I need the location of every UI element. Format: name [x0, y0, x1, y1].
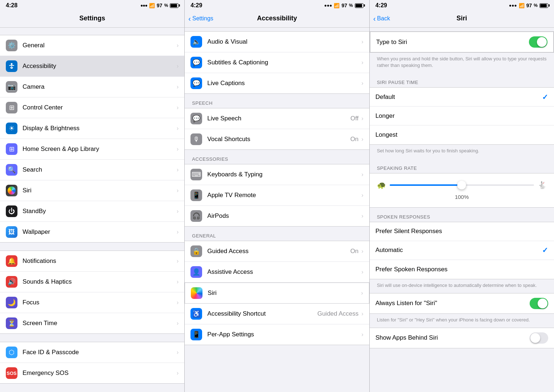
row-audiovisual[interactable]: 🔈 Audio & Visual ›	[185, 32, 369, 52]
pausetime-desc: Set how long Siri waits for you to finis…	[370, 145, 554, 159]
wallpaper-chevron: ›	[177, 229, 178, 235]
emergency-content: Emergency SOS	[23, 369, 177, 377]
speakingrate-header: SPEAKING RATE	[370, 159, 554, 173]
alwayslisten-toggle[interactable]	[530, 298, 548, 309]
battery-icon-2	[355, 3, 364, 8]
guidedaccess-value: On	[350, 248, 359, 255]
row-accessibility[interactable]: Accessibility ›	[0, 56, 184, 77]
guidedaccess-content: Guided Access	[207, 248, 350, 255]
perappsettings-chevron: ›	[361, 331, 363, 338]
row-longer[interactable]: Longer	[370, 107, 554, 125]
status-bar-1: 4:28 ●●● 📶 97%	[0, 0, 184, 10]
audiovisual-label: Audio & Visual	[207, 38, 361, 45]
row-faceid[interactable]: ⬡ Face ID & Passcode ›	[0, 342, 184, 363]
subtitles-icon: 💬	[190, 57, 202, 68]
row-vocalshortcuts[interactable]: 🎙 Vocal Shortcuts On ›	[185, 129, 369, 149]
accessibilityshortcut-label: Accessibility Shortcut	[207, 310, 317, 317]
row-screentime[interactable]: ⏳ Screen Time ›	[0, 313, 184, 333]
general-group-p2: 🔒 Guided Access On › 👤 Assistive Access …	[185, 241, 369, 345]
row-siri-p2[interactable]: Siri ›	[185, 283, 369, 304]
speaking-rate-track[interactable]	[390, 184, 534, 186]
row-search[interactable]: 🔍 Search ›	[0, 160, 184, 180]
livecaptions-content: Live Captions	[207, 80, 361, 87]
row-livespeech[interactable]: 💬 Live Speech Off ›	[185, 108, 369, 129]
row-accessibilityshortcut[interactable]: ♿ Accessibility Shortcut Guided Access ›	[185, 304, 369, 324]
settings-scroll[interactable]: ⚙️ General › Accessibility ›	[0, 28, 184, 392]
slider-thumb[interactable]	[457, 181, 466, 189]
accessibilityshortcut-value: Guided Access	[317, 310, 358, 317]
row-typetosiri[interactable]: Type to Siri	[370, 32, 553, 52]
search-icon: 🔍	[6, 164, 17, 176]
typetosiri-label: Type to Siri	[376, 39, 529, 46]
showapps-toggle[interactable]	[530, 332, 548, 344]
row-focus[interactable]: 🌙 Focus ›	[0, 292, 184, 313]
accessibility-icon	[6, 60, 17, 72]
row-standby[interactable]: ⏻ StandBy ›	[0, 201, 184, 222]
row-camera[interactable]: 📷 Camera ›	[0, 77, 184, 97]
row-display[interactable]: ☀ Display & Brightness ›	[0, 118, 184, 139]
row-assistiveaccess[interactable]: 👤 Assistive Access ›	[185, 262, 369, 283]
livecaptions-icon: 💬	[190, 77, 202, 89]
siri-label-p2: Siri	[208, 289, 361, 297]
camera-content: Camera	[23, 83, 177, 91]
settings-group-3: ⬡ Face ID & Passcode › SOS Emergency SOS…	[0, 342, 184, 384]
siri-chevron: ›	[177, 187, 178, 194]
row-guidedaccess[interactable]: 🔒 Guided Access On ›	[185, 241, 369, 262]
longest-label: Longest	[376, 131, 548, 139]
battery-icon-1	[170, 3, 178, 8]
audiovisual-chevron: ›	[361, 39, 363, 45]
standby-right: ›	[177, 208, 178, 215]
row-wallpaper[interactable]: 🖼 Wallpaper ›	[0, 222, 184, 242]
controlcenter-right: ›	[177, 104, 178, 111]
row-sounds[interactable]: 🔊 Sounds & Haptics ›	[0, 272, 184, 292]
back-chevron-2: ‹	[188, 15, 191, 22]
emergency-label: Emergency SOS	[23, 369, 177, 377]
row-default[interactable]: Default ✓	[370, 88, 554, 107]
row-subtitles[interactable]: 💬 Subtitles & Captioning ›	[185, 52, 369, 73]
camera-chevron: ›	[177, 84, 178, 90]
back-button-3[interactable]: ‹ Back	[373, 15, 390, 22]
default-label: Default	[376, 93, 542, 101]
back-label-3: Back	[377, 15, 390, 22]
row-preferspoken[interactable]: Prefer Spoken Responses	[370, 260, 554, 279]
row-homescreen[interactable]: ⊞ Home Screen & App Library ›	[0, 139, 184, 160]
typetosiri-toggle[interactable]	[529, 36, 547, 48]
livespeech-right: Off ›	[350, 115, 364, 122]
siri-content: Siri	[23, 187, 177, 194]
row-emergency[interactable]: SOS Emergency SOS ›	[0, 363, 184, 383]
settings-back-button[interactable]: ‹ Settings	[188, 15, 213, 22]
siri-nav-header: ‹ Back Siri	[370, 10, 554, 28]
wallpaper-icon: 🖼	[6, 226, 17, 238]
row-siri[interactable]: Siri ›	[0, 180, 184, 201]
slider-container: 🐢 🐇	[377, 178, 547, 192]
sounds-right: ›	[177, 279, 178, 285]
row-prefersilent[interactable]: Prefer Silent Responses	[370, 222, 554, 241]
row-longest[interactable]: Longest	[370, 125, 554, 144]
accessibility-scroll[interactable]: 🔈 Audio & Visual › 💬 Subtitles & Caption…	[185, 28, 369, 392]
accessibility-chevron: ›	[177, 63, 178, 69]
row-automatic[interactable]: Automatic ✓	[370, 241, 554, 260]
standby-content: StandBy	[23, 208, 177, 215]
general-chevron: ›	[177, 42, 178, 49]
screentime-chevron: ›	[177, 320, 178, 327]
row-general[interactable]: ⚙️ General ›	[0, 35, 184, 56]
row-notifications[interactable]: 🔔 Notifications ›	[0, 251, 184, 272]
row-controlcenter[interactable]: ⊞ Control Center ›	[0, 97, 184, 118]
siri-scroll[interactable]: Type to Siri When you press and hold the…	[370, 28, 554, 392]
longest-content: Longest	[376, 131, 548, 139]
row-perappsettings[interactable]: 📱 Per-App Settings ›	[185, 324, 369, 345]
notifications-content: Notifications	[23, 257, 177, 265]
row-alwayslisten[interactable]: Always Listen for "Siri"	[370, 293, 554, 313]
row-livecaptions[interactable]: 💬 Live Captions ›	[185, 73, 369, 93]
accessibility-right: ›	[177, 63, 178, 69]
spokenresponses-group: Prefer Silent Responses Automatic ✓ Pref…	[370, 222, 554, 279]
perappsettings-icon: 📱	[190, 329, 202, 340]
row-showapps[interactable]: Show Apps Behind Siri	[370, 328, 554, 348]
row-keyboards[interactable]: ⌨ Keyboards & Typing ›	[185, 164, 369, 185]
screentime-right: ›	[177, 320, 178, 327]
accessibility-title: Accessibility	[257, 15, 297, 22]
status-icons-2: ●●● 📶 97%	[324, 3, 364, 8]
row-airpods[interactable]: 🎧 AirPods ›	[185, 206, 369, 226]
row-appletvremote[interactable]: 📱 Apple TV Remote ›	[185, 185, 369, 206]
settings-group-1: ⚙️ General › Accessibility ›	[0, 35, 184, 243]
